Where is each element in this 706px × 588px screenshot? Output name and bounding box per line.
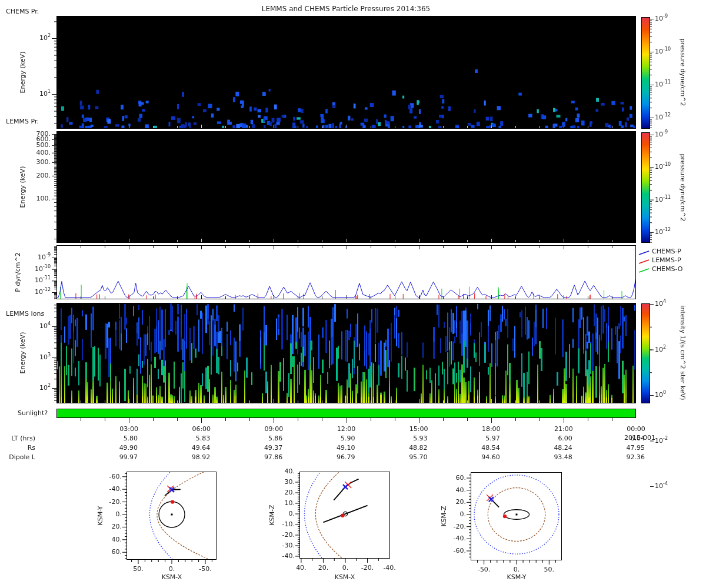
ephemeris-value-lt-hrs-: 5.93 (392, 435, 428, 442)
orbit_xy-ytick-label: 20. (98, 523, 122, 530)
colorbar1-tick-label: 10-9 (655, 15, 668, 22)
legend-item-chems-o: CHEMS-O (652, 265, 682, 273)
orbit_yz-ytick-label: 60. (442, 474, 466, 482)
orbit_yz-ytick-label: 20. (442, 498, 466, 506)
ephemeris-value-lt-hrs-: 5.97 (465, 435, 500, 442)
colorbar1-tick-label: 10-10 (655, 48, 671, 55)
orbit_xy-xtick-label: 50. (125, 565, 151, 573)
colorbar1-tick-label: 10-12 (655, 113, 671, 121)
time-tick-label: 21:00 (546, 425, 581, 433)
time-tick-label: 09:00 (256, 425, 291, 433)
ephemeris-value-lt-hrs-: 6.04 (610, 435, 645, 442)
p2-ytick-label: 500. (16, 141, 51, 149)
orbit_yz-xtick-label: 0. (504, 566, 530, 573)
colorbar-label-pressure-1: pressure dyne/cm^2 (679, 39, 687, 106)
legend-item-lemms-p: LEMMS-P (652, 256, 681, 264)
orbit_yz-ytick-label: -20. (442, 523, 466, 530)
orbit_xz-ytick-label: 40. (271, 467, 295, 475)
colorbar2-tick-label: 10-9 (655, 131, 668, 138)
orbit_xz-xtick-label: -40. (377, 564, 402, 572)
ephemeris-value-dipole-l: 99.97 (102, 453, 138, 461)
colorbar3-tick-label: 102 (655, 346, 666, 353)
orbit_xy-ytick-label: -40. (98, 485, 122, 493)
orbit_xy-xtick-label: 0. (159, 565, 185, 573)
ephemeris-value-rs: 47.95 (610, 444, 645, 452)
p2-ytick-label: 400. (16, 149, 51, 156)
orbit_xy-ytick-label: 60. (98, 548, 122, 556)
ephemeris-value-rs: 49.64 (175, 444, 210, 452)
colorbar2-tick-label: 10-10 (655, 163, 671, 171)
time-tick-label: 12:00 (329, 425, 364, 433)
colorbar3-tick-label: 10-4 (655, 482, 668, 490)
ephemeris-value-rs: 49.10 (320, 444, 355, 452)
row-label-rs: Rs (0, 444, 35, 452)
orbit_yz-xtick-label: 50. (536, 566, 562, 573)
ephemeris-value-lt-hrs-: 5.90 (320, 435, 355, 442)
p2-ytick-label: 200. (16, 172, 51, 179)
orbit_yz-ytick-label: 0. (442, 510, 466, 518)
time-tick-label: 03:00 (111, 425, 146, 433)
orbit_xz-ytick-label: 30. (271, 478, 295, 486)
p4-ytick-label: 104 (16, 322, 51, 330)
ephemeris-value-rs: 48.82 (392, 444, 428, 452)
ephemeris-value-lt-hrs-: 5.80 (102, 435, 138, 442)
p3-ytick-label: 10-11 (16, 276, 51, 284)
p2-ytick-label: 100. (16, 195, 51, 202)
ephemeris-value-rs: 48.54 (465, 444, 500, 452)
colorbar3-tick-label: 100 (655, 391, 666, 399)
orbit_xy-xtick-label: -50. (192, 565, 218, 573)
p1-ytick-label: 101 (16, 90, 51, 98)
orbit_xz-ytick-label: -10. (271, 520, 295, 528)
ephemeris-value-rs: 49.37 (247, 444, 282, 452)
ephemeris-value-dipole-l: 96.79 (320, 453, 355, 461)
ephemeris-value-dipole-l: 97.86 (247, 453, 282, 461)
ephemeris-value-dipole-l: 98.92 (175, 453, 210, 461)
p3-ytick-label: 10-10 (16, 265, 51, 273)
ephemeris-value-lt-hrs-: 6.00 (537, 435, 572, 442)
colorbar2-tick-label: 10-12 (655, 228, 671, 236)
ephemeris-value-dipole-l: 92.36 (610, 453, 645, 461)
colorbar2-tick-label: 10-11 (655, 196, 671, 203)
p3-ytick-label: 10-9 (16, 253, 51, 261)
page: LEMMS and CHEMS Particle Pressures 2014:… (0, 0, 706, 588)
colorbar-label-pressure-2: pressure dyne/cm^2 (679, 154, 687, 222)
p3-ytick-label: 10-12 (16, 288, 51, 296)
p4-ytick-label: 103 (16, 353, 51, 361)
orbit_xy-ytick-label: -20. (98, 498, 122, 506)
colorbar-label-intensity: intensity 1/(s cm^2 ster keV) (679, 305, 687, 400)
orbit1-xlabel: KSM-X (162, 573, 182, 581)
ephemeris-value-rs: 49.90 (102, 444, 138, 452)
p1-ytick-label: 102 (16, 34, 51, 42)
p2-ytick-label: 300. (16, 158, 51, 166)
ephemeris-value-dipole-l: 94.60 (465, 453, 500, 461)
orbit_xz-ytick-label: 20. (271, 489, 295, 496)
page-title: LEMMS and CHEMS Particle Pressures 2014:… (262, 5, 431, 13)
orbit_xy-ytick-label: -60. (98, 473, 122, 480)
panel-label-lemms-pr: LEMMS Pr. (6, 118, 39, 125)
orbit2-xlabel: KSM-X (335, 573, 355, 581)
ephemeris-value-lt-hrs-: 5.86 (247, 435, 282, 442)
colorbar3-tick-label: 10-2 (655, 437, 668, 445)
orbit_yz-xtick-label: -50. (471, 566, 497, 573)
orbit_yz-ytick-label: -60. (442, 547, 466, 554)
time-tick-label: 00:00 (618, 425, 654, 433)
orbit_yz-ytick-label: 40. (442, 486, 466, 494)
ephemeris-value-lt-hrs-: 5.83 (175, 435, 210, 442)
orbit_xz-ytick-label: -40. (271, 552, 295, 560)
orbit3-xlabel: KSM-Y (507, 573, 526, 581)
orbit_xz-ytick-label: 0. (271, 510, 295, 517)
time-tick-label: 06:00 (184, 425, 219, 433)
colorbar3-tick-label: 104 (655, 300, 666, 308)
orbit_xz-ytick-label: -30. (271, 542, 295, 549)
y-axis-label-energy-1: Energy (keV) (19, 52, 26, 93)
orbit_xz-ytick-label: 10. (271, 499, 295, 507)
ephemeris-value-rs: 48.24 (537, 444, 572, 452)
panel-label-chems-pr: CHEMS Pr. (6, 8, 39, 15)
orbit_xy-ytick-label: 40. (98, 536, 122, 543)
orbit_xz-ytick-label: -20. (271, 531, 295, 539)
panel-label-sunlight: Sunlight? (18, 409, 48, 417)
orbit_yz-ytick-label: -40. (442, 534, 466, 542)
ephemeris-value-dipole-l: 93.48 (537, 453, 572, 461)
colorbar1-tick-label: 10-11 (655, 81, 671, 88)
row-label-dipole: Dipole L (0, 453, 35, 461)
